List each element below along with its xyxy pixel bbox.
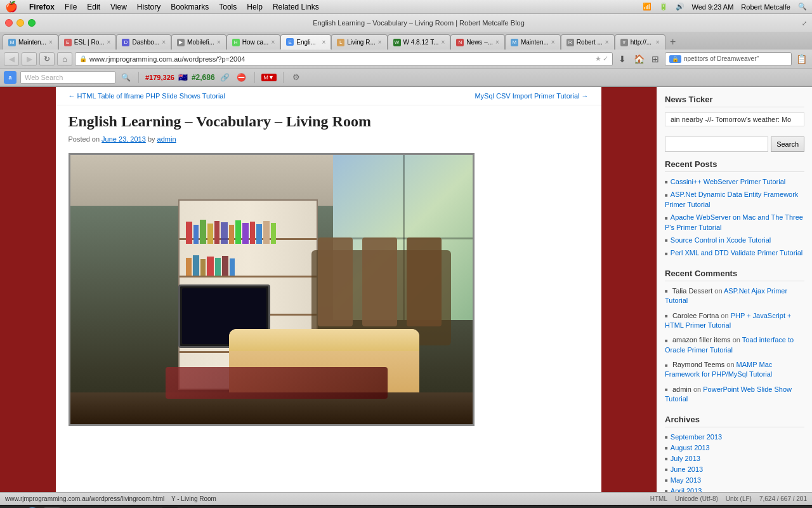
recent-post-2: Apache WebServer on Mac and The Three P'… bbox=[665, 213, 804, 232]
ssl-search-bar[interactable]: 🔒 npetitors of Dreamweaver" bbox=[665, 52, 792, 66]
back-button[interactable]: ◀ bbox=[4, 52, 19, 66]
tab-close-2[interactable]: × bbox=[162, 39, 166, 46]
tab-close-5[interactable]: × bbox=[322, 39, 325, 46]
menu-help[interactable]: Help bbox=[247, 3, 263, 11]
link-icon[interactable]: 🔗 bbox=[219, 71, 232, 84]
search-button[interactable]: 🔍 bbox=[119, 71, 132, 84]
search-icon[interactable]: 🔍 bbox=[798, 3, 807, 11]
tab-label-7: W 4.8.12 T... bbox=[403, 39, 439, 46]
tab-label-4: How ca... bbox=[242, 39, 269, 46]
menu-view[interactable]: View bbox=[110, 3, 127, 11]
forward-button[interactable]: ▶ bbox=[22, 52, 37, 66]
alexa-rank: #179,326 bbox=[145, 74, 174, 81]
stop-icon[interactable]: ⛔ bbox=[235, 71, 248, 84]
tab-close-0[interactable]: × bbox=[49, 39, 53, 46]
archive-link-5[interactable]: April 2013 bbox=[671, 487, 702, 492]
comment-1: Carolee Fortna on PHP + JavaScript + HTM… bbox=[665, 311, 804, 331]
tab-favicon-2: D bbox=[122, 39, 129, 46]
post-date-link[interactable]: June 23, 2013 bbox=[102, 135, 146, 143]
tab-close-1[interactable]: × bbox=[107, 39, 111, 46]
bookmark-check-icon[interactable]: ✓ bbox=[603, 55, 608, 63]
posted-on-label: Posted on bbox=[69, 135, 100, 143]
archive-link-2[interactable]: July 2013 bbox=[671, 455, 700, 462]
shelf-2 bbox=[180, 276, 317, 277]
alexa-toolbar: a Web Search 🔍 #179,326 🇦🇺 #2,686 🔗 ⛔ M▼… bbox=[0, 69, 812, 86]
tab-label-2: Dashbo... bbox=[132, 39, 159, 46]
menu-tools[interactable]: Tools bbox=[219, 3, 237, 11]
gmail-button[interactable]: M▼ bbox=[261, 74, 277, 81]
tab-label-0: Mainten... bbox=[18, 39, 46, 46]
archive-5: April 2013 bbox=[665, 486, 804, 492]
menu-related-links[interactable]: Related Links bbox=[273, 3, 319, 11]
tab-0[interactable]: M Mainten... × bbox=[3, 34, 58, 50]
comment-user-4: admin bbox=[672, 385, 691, 393]
post-image-link[interactable] bbox=[69, 153, 589, 426]
tab-favicon-8: N bbox=[456, 39, 464, 46]
recent-post-link-4[interactable]: Perl XML and DTD Validate Primer Tutoria… bbox=[671, 249, 802, 257]
tab-close-9[interactable]: × bbox=[551, 39, 555, 46]
recent-post-3: Source Control in Xcode Tutorial bbox=[665, 236, 804, 245]
url-bar[interactable]: 🔒 www.rjmprogramming.com.au/wordpress/?p… bbox=[75, 52, 613, 66]
chair-2 bbox=[362, 237, 397, 326]
tab-6[interactable]: L Living R... × bbox=[331, 34, 387, 50]
tab-close-10[interactable]: × bbox=[605, 39, 609, 46]
archive-link-0[interactable]: September 2013 bbox=[671, 433, 722, 441]
archive-link-1[interactable]: August 2013 bbox=[671, 444, 710, 451]
close-button[interactable] bbox=[5, 19, 13, 27]
archive-link-4[interactable]: May 2013 bbox=[671, 476, 701, 484]
tab-2[interactable]: D Dashbo... × bbox=[116, 34, 171, 50]
next-post-link[interactable]: MySql CSV Import Primer Tutorial → bbox=[475, 92, 588, 100]
minimize-button[interactable] bbox=[16, 19, 24, 27]
home-icon-button[interactable]: 🏠 bbox=[632, 52, 646, 66]
recent-post-link-3[interactable]: Source Control in Xcode Tutorial bbox=[671, 236, 771, 244]
tab-3[interactable]: ▶ Mobilefi... × bbox=[171, 34, 226, 50]
tab-10[interactable]: R Robert ... × bbox=[561, 34, 615, 50]
menu-bookmarks[interactable]: Bookmarks bbox=[171, 3, 209, 11]
tab-8[interactable]: N News –... × bbox=[450, 34, 505, 50]
gear-button[interactable]: ⚙ bbox=[290, 71, 303, 84]
grid-button[interactable]: ⊞ bbox=[648, 52, 662, 66]
recent-post-link-1[interactable]: ASP.Net Dynamic Data Entity Framework Pr… bbox=[665, 190, 798, 208]
tab-close-6[interactable]: × bbox=[378, 39, 382, 46]
web-search-input[interactable]: Web Search bbox=[20, 71, 115, 84]
recent-post-link-2[interactable]: Apache WebServer on Mac and The Three P'… bbox=[665, 213, 803, 231]
menu-file[interactable]: File bbox=[65, 3, 77, 11]
prev-post-link[interactable]: ← HTML Table of Iframe PHP Slide Shows T… bbox=[69, 92, 225, 100]
tab-label-9: Mainten... bbox=[521, 39, 549, 46]
archive-link-3[interactable]: June 2013 bbox=[671, 465, 703, 473]
download-button[interactable]: ⬇ bbox=[615, 52, 629, 66]
comment-0: Talia Dessert on ASP.Net Ajax Primer Tut… bbox=[665, 286, 804, 306]
tab-4[interactable]: H How ca... × bbox=[226, 34, 281, 50]
tab-close-11[interactable]: × bbox=[656, 39, 660, 46]
right-sidebar: News Ticker ain nearby -//- Tomorrow's w… bbox=[657, 87, 812, 492]
menu-edit[interactable]: Edit bbox=[87, 3, 100, 11]
recent-posts-title: Recent Posts bbox=[665, 159, 804, 172]
archive-1: August 2013 bbox=[665, 443, 804, 452]
tab-close-4[interactable]: × bbox=[271, 39, 275, 46]
tab-1[interactable]: E ESL | Ro... × bbox=[58, 34, 117, 50]
tab-5-active[interactable]: E Engli... × bbox=[280, 34, 331, 50]
home-button[interactable]: ⌂ bbox=[57, 52, 72, 66]
toolbar-divider-3 bbox=[283, 72, 284, 83]
tab-7[interactable]: W W 4.8.12 T... × bbox=[388, 34, 451, 50]
tab-favicon-10: R bbox=[566, 39, 574, 46]
tab-close-8[interactable]: × bbox=[495, 39, 499, 46]
sidebar-search-input[interactable] bbox=[665, 137, 768, 152]
tab-11[interactable]: # http://... × bbox=[615, 34, 665, 50]
tab-9[interactable]: M Mainten... × bbox=[505, 34, 561, 50]
tab-favicon-1: E bbox=[64, 39, 72, 46]
tab-close-3[interactable]: × bbox=[217, 39, 221, 46]
maximize-button[interactable] bbox=[28, 19, 36, 27]
new-tab-button[interactable]: + bbox=[665, 34, 681, 50]
tab-close-7[interactable]: × bbox=[442, 39, 445, 46]
apple-menu[interactable]: 🍎 bbox=[5, 1, 18, 13]
recent-post-link-0[interactable]: Cassini++ WebServer Primer Tutorial bbox=[671, 178, 785, 185]
menu-firefox[interactable]: Firefox bbox=[29, 3, 55, 11]
author-link[interactable]: admin bbox=[157, 135, 176, 143]
refresh-button[interactable]: ↻ bbox=[39, 52, 55, 66]
menu-history[interactable]: History bbox=[137, 3, 160, 11]
bookmark-star-icon[interactable]: ★ bbox=[595, 55, 601, 63]
history-button[interactable]: 📋 bbox=[794, 52, 808, 66]
fullscreen-button[interactable]: ⤢ bbox=[802, 20, 807, 27]
sidebar-search-button[interactable]: Search bbox=[771, 137, 804, 152]
